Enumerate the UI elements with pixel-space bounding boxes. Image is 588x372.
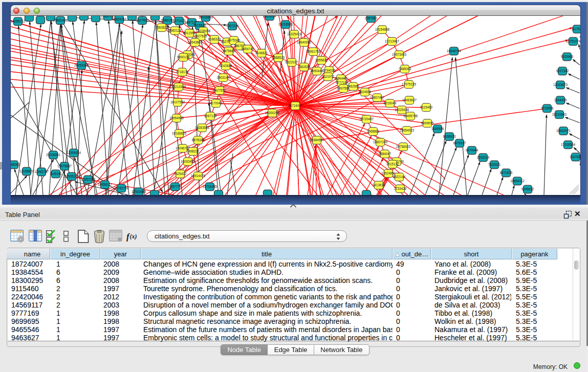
svg-text:9777169: 9777169 xyxy=(336,81,349,84)
svg-text:19384554: 19384554 xyxy=(310,138,324,142)
svg-text:3215958: 3215958 xyxy=(541,106,554,110)
svg-text:15654923: 15654923 xyxy=(400,128,415,132)
svg-text:9329966: 9329966 xyxy=(561,55,574,58)
svg-text:1665061: 1665061 xyxy=(11,163,20,166)
svg-text:8186323: 8186323 xyxy=(208,37,221,41)
svg-text:10154808: 10154808 xyxy=(375,28,390,31)
svg-text:1527602: 1527602 xyxy=(136,18,149,22)
svg-text:17016504: 17016504 xyxy=(561,143,576,146)
svg-text:7357224: 7357224 xyxy=(226,24,239,28)
svg-text:8960124: 8960124 xyxy=(169,29,182,32)
svg-text:16543862: 16543862 xyxy=(188,40,203,44)
svg-text:9827509: 9827509 xyxy=(194,34,207,38)
svg-text:8454749: 8454749 xyxy=(242,47,254,51)
svg-text:16210643: 16210643 xyxy=(552,113,567,116)
svg-text:10654112: 10654112 xyxy=(510,179,525,183)
svg-text:18640910: 18640910 xyxy=(297,40,312,44)
svg-text:9245632: 9245632 xyxy=(521,187,534,191)
svg-text:19654985: 19654985 xyxy=(169,116,184,120)
svg-text:9457771: 9457771 xyxy=(169,185,182,188)
svg-text:10025438: 10025438 xyxy=(395,108,409,112)
svg-text:8427552: 8427552 xyxy=(213,89,226,92)
svg-text:19218506: 19218506 xyxy=(278,23,293,26)
svg-text:7485063: 7485063 xyxy=(399,67,411,71)
svg-text:8813054: 8813054 xyxy=(264,16,276,18)
svg-text:6794028: 6794028 xyxy=(323,69,336,72)
svg-text:12213369: 12213369 xyxy=(171,85,186,89)
svg-text:7515526: 7515526 xyxy=(193,24,206,27)
svg-text:9146821: 9146821 xyxy=(255,51,268,55)
svg-text:16782759: 16782759 xyxy=(114,186,129,190)
svg-text:12156829: 12156829 xyxy=(19,169,34,173)
svg-text:8938923: 8938923 xyxy=(443,135,456,138)
svg-text:2718176: 2718176 xyxy=(176,70,189,74)
svg-text:1362635: 1362635 xyxy=(298,65,311,69)
svg-text:13751074: 13751074 xyxy=(566,39,580,43)
svg-text:13975887: 13975887 xyxy=(57,164,72,168)
svg-text:1117534: 1117534 xyxy=(571,27,580,31)
svg-text:11325419: 11325419 xyxy=(287,32,301,36)
svg-text:10853267: 10853267 xyxy=(112,17,127,21)
svg-text:9890138: 9890138 xyxy=(177,55,190,59)
svg-text:18720407: 18720407 xyxy=(359,117,374,121)
svg-text:7625402: 7625402 xyxy=(174,172,187,176)
svg-text:12505135: 12505135 xyxy=(64,174,79,178)
svg-text:1975346: 1975346 xyxy=(228,38,241,42)
svg-text:17957253: 17957253 xyxy=(81,178,96,181)
svg-text:16033809: 16033809 xyxy=(199,16,213,19)
svg-text:7663822: 7663822 xyxy=(156,26,168,29)
svg-text:2522144: 2522144 xyxy=(393,175,406,179)
svg-text:12093873: 12093873 xyxy=(553,83,568,86)
svg-text:1068863: 1068863 xyxy=(367,129,380,133)
svg-text:1167534: 1167534 xyxy=(570,155,580,159)
svg-text:16107552: 16107552 xyxy=(170,100,185,104)
svg-text:3824554: 3824554 xyxy=(359,90,372,94)
svg-text:1413614: 1413614 xyxy=(373,183,385,187)
svg-text:12359914: 12359914 xyxy=(67,151,81,155)
svg-text:10807487: 10807487 xyxy=(370,96,385,99)
svg-text:1621072: 1621072 xyxy=(322,75,335,78)
svg-text:9474444: 9474444 xyxy=(466,148,478,152)
svg-text:1615132: 1615132 xyxy=(386,162,399,166)
svg-text:17975135: 17975135 xyxy=(402,82,417,86)
svg-text:16648784: 16648784 xyxy=(447,49,462,53)
svg-text:18300295: 18300295 xyxy=(265,111,280,115)
svg-text:15716485: 15716485 xyxy=(203,185,217,188)
svg-text:10958117: 10958117 xyxy=(98,183,112,186)
svg-text:8471676: 8471676 xyxy=(500,171,513,174)
svg-text:12942737: 12942737 xyxy=(34,170,49,173)
svg-text:20691406: 20691406 xyxy=(53,18,68,22)
svg-text:10973493: 10973493 xyxy=(392,53,407,56)
svg-text:3267130: 3267130 xyxy=(204,114,217,118)
svg-text:1733426: 1733426 xyxy=(394,187,407,190)
svg-text:7955812: 7955812 xyxy=(315,58,328,62)
svg-text:19166825: 19166825 xyxy=(172,132,187,135)
svg-text:15495798: 15495798 xyxy=(403,114,418,118)
svg-text:1244415: 1244415 xyxy=(554,98,567,102)
svg-text:8322037: 8322037 xyxy=(286,60,298,64)
svg-text:8990448: 8990448 xyxy=(311,69,323,73)
svg-text:6216049: 6216049 xyxy=(384,101,397,105)
svg-text:9115460: 9115460 xyxy=(420,105,433,109)
svg-text:6966160: 6966160 xyxy=(161,18,174,22)
svg-text:9227342: 9227342 xyxy=(556,69,569,73)
svg-text:1588520: 1588520 xyxy=(272,56,285,59)
svg-text:4170043: 4170043 xyxy=(210,101,223,105)
svg-text:14353584: 14353584 xyxy=(195,126,210,129)
svg-text:9884047: 9884047 xyxy=(379,152,391,156)
svg-text:19463627: 19463627 xyxy=(402,98,417,102)
svg-text:9242848: 9242848 xyxy=(220,64,232,68)
svg-text:16914479: 16914479 xyxy=(191,174,206,178)
svg-text:(x): (x) xyxy=(130,233,137,240)
svg-text:7632621: 7632621 xyxy=(488,163,501,166)
svg-text:20053346: 20053346 xyxy=(74,63,89,67)
svg-text:16093459: 16093459 xyxy=(181,160,195,163)
svg-text:18724007: 18724007 xyxy=(288,104,303,107)
svg-text:18807249: 18807249 xyxy=(373,140,388,144)
svg-text:2087682: 2087682 xyxy=(365,16,378,20)
svg-text:12213967: 12213967 xyxy=(385,39,400,43)
svg-text:20206551: 20206551 xyxy=(46,153,61,157)
svg-text:3875685: 3875685 xyxy=(223,49,235,53)
svg-text:6899695: 6899695 xyxy=(421,121,434,125)
svg-text:13524851: 13524851 xyxy=(381,171,396,175)
